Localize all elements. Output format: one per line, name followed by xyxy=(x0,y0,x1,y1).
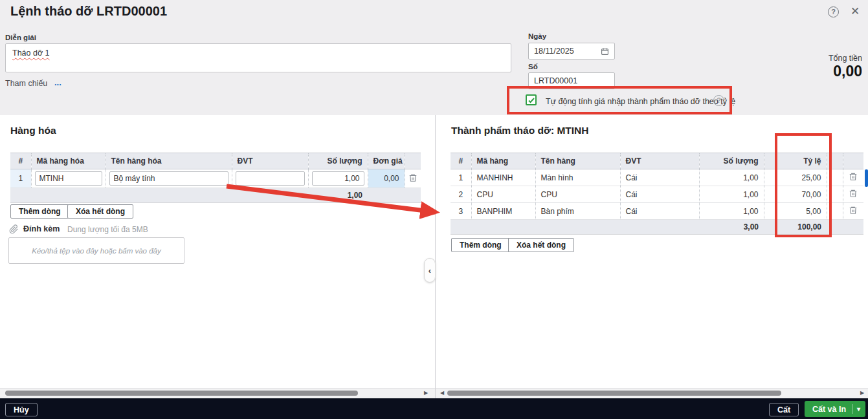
vertical-scrollbar-thumb[interactable] xyxy=(865,169,868,187)
goods-table: # Mã hàng hóa Tên hàng hóa ĐVT Số lượng … xyxy=(10,153,421,203)
products-section-title: Thành phẩm tháo dỡ: MTINH xyxy=(451,125,589,136)
panel-divider xyxy=(435,115,436,398)
auto-price-checkbox-label: Tự động tính giá nhập thành phẩm tháo dỡ… xyxy=(546,97,735,106)
col-header-item-name: Tên hàng hóa xyxy=(106,153,232,169)
reference-picker-link[interactable]: ... xyxy=(54,78,61,87)
row-index: 1 xyxy=(451,169,471,186)
products-summary-row: 3,00 100,00 xyxy=(451,220,863,235)
checkbox-help-icon[interactable]: ? xyxy=(713,95,724,106)
ratio-total: 100,00 xyxy=(764,220,827,235)
trash-icon xyxy=(408,173,417,182)
col-header-unit-price: Đơn giá xyxy=(368,153,405,169)
reference-label: Tham chiếu xyxy=(5,79,47,88)
left-hscroll-thumb[interactable] xyxy=(5,391,358,396)
clear-rows-button-left[interactable]: Xóa hết dòng xyxy=(67,204,133,219)
row-index: 3 xyxy=(451,203,471,220)
item-name-cell[interactable]: CPU xyxy=(535,186,620,203)
quantity-cell[interactable]: 1,00 xyxy=(699,203,764,220)
number-input[interactable]: LRTD00001 xyxy=(528,72,615,89)
ratio-cell[interactable]: 70,00 xyxy=(764,186,827,203)
quantity-cell[interactable]: 1,00 xyxy=(699,186,764,203)
total-amount-value: 0,00 xyxy=(833,63,862,80)
auto-price-checkbox[interactable] xyxy=(526,94,537,105)
date-value: 18/11/2025 xyxy=(534,47,574,56)
attachment-label: Đính kèm xyxy=(23,224,60,233)
total-amount-label: Tổng tiền xyxy=(829,54,862,63)
paperclip-icon xyxy=(9,224,19,237)
quantity-input[interactable] xyxy=(312,171,364,186)
quantity-cell[interactable]: 1,00 xyxy=(699,169,764,186)
item-name-cell[interactable]: Bàn phím xyxy=(535,203,620,220)
delete-row-button[interactable] xyxy=(408,173,417,182)
help-icon[interactable]: ? xyxy=(828,6,839,17)
goods-summary-row: 1,00 xyxy=(10,188,421,203)
table-row: 1 0,00 xyxy=(10,169,421,188)
uom-cell[interactable]: Cái xyxy=(620,169,699,186)
collapse-panel-handle[interactable]: ‹ xyxy=(424,258,436,283)
add-row-button-left[interactable]: Thêm dòng xyxy=(10,204,69,219)
cancel-button[interactable]: Hủy xyxy=(5,403,38,416)
add-row-button-right[interactable]: Thêm dòng xyxy=(451,238,510,252)
item-code-input[interactable] xyxy=(35,171,102,186)
unit-price-cell[interactable]: 0,00 xyxy=(368,169,405,188)
clear-rows-button-right[interactable]: Xóa hết dòng xyxy=(508,238,574,252)
caret-down-icon[interactable]: ▾ xyxy=(857,405,860,413)
col-header-ratio: Tỷ lệ xyxy=(764,153,827,169)
quantity-total: 1,00 xyxy=(308,188,368,203)
uom-cell[interactable]: Cái xyxy=(620,186,699,203)
date-input[interactable]: 18/11/2025 xyxy=(528,43,615,59)
products-table-header-row: # Mã hàng Tên hàng ĐVT Số lượng Tỷ lệ xyxy=(451,153,863,169)
modal-header: Lệnh tháo dỡ LRTD00001 ? ✕ Diễn giải Thá… xyxy=(0,0,868,115)
item-code-cell[interactable]: MANHINH xyxy=(471,169,535,186)
uom-cell[interactable]: Cái xyxy=(620,203,699,220)
calendar-icon[interactable] xyxy=(601,47,609,56)
delete-row-button[interactable] xyxy=(849,206,858,215)
col-header-quantity: Số lượng xyxy=(308,153,368,169)
ratio-cell[interactable]: 5,00 xyxy=(764,203,827,220)
goods-table-header-row: # Mã hàng hóa Tên hàng hóa ĐVT Số lượng … xyxy=(10,153,421,169)
footer-bar: Hủy Cất Cất và In ▾ xyxy=(0,398,868,419)
file-dropzone[interactable]: Kéo/thả tệp vào đây hoặc bấm vào đây xyxy=(8,237,184,264)
table-row: 1 MANHINH Màn hình Cái 1,00 25,00 xyxy=(451,169,863,186)
quantity-total: 3,00 xyxy=(699,220,764,235)
item-code-cell[interactable]: CPU xyxy=(471,186,535,203)
table-row: 3 BANPHIM Bàn phím Cái 1,00 5,00 xyxy=(451,203,863,220)
number-value: LRTD00001 xyxy=(534,76,577,85)
delete-row-button[interactable] xyxy=(849,172,858,181)
table-row: 2 CPU CPU Cái 1,00 70,00 xyxy=(451,186,863,203)
attachment-hint: Dung lượng tối đa 5MB xyxy=(67,225,148,234)
col-header-quantity: Số lượng xyxy=(699,153,764,169)
trash-icon xyxy=(849,172,858,181)
right-hscroll-thumb[interactable] xyxy=(447,391,781,396)
goods-section-title: Hàng hóa xyxy=(10,125,56,136)
disassembled-products-table: # Mã hàng Tên hàng ĐVT Số lượng Tỷ lệ 1 … xyxy=(451,153,863,235)
scroll-left-icon[interactable]: ◀ xyxy=(440,389,444,398)
button-divider xyxy=(852,404,852,414)
delete-row-button[interactable] xyxy=(849,189,858,198)
close-icon[interactable]: ✕ xyxy=(851,6,860,17)
ratio-cell[interactable]: 25,00 xyxy=(764,169,827,186)
description-input[interactable]: Tháo dỡ 1 xyxy=(5,43,511,72)
save-and-print-button[interactable]: Cất và In ▾ xyxy=(805,401,865,417)
item-name-input[interactable] xyxy=(109,171,228,186)
scroll-right-icon[interactable]: ▶ xyxy=(424,389,428,398)
col-header-item-code: Mã hàng xyxy=(471,153,535,169)
description-value: Tháo dỡ 1 xyxy=(12,48,50,58)
col-header-item-name: Tên hàng xyxy=(535,153,620,169)
col-header-uom: ĐVT xyxy=(232,153,308,169)
disassembly-order-modal: Lệnh tháo dỡ LRTD00001 ? ✕ Diễn giải Thá… xyxy=(0,0,868,419)
item-name-cell[interactable]: Màn hình xyxy=(535,169,620,186)
uom-input[interactable] xyxy=(236,171,305,186)
col-header-index: # xyxy=(10,153,31,169)
check-icon xyxy=(528,96,535,104)
dropzone-text: Kéo/thả tệp vào đây hoặc bấm vào đây xyxy=(32,247,161,255)
date-label: Ngày xyxy=(528,32,546,40)
row-index: 2 xyxy=(451,186,471,203)
col-header-item-code: Mã hàng hóa xyxy=(31,153,106,169)
row-index: 1 xyxy=(10,169,31,188)
description-label: Diễn giải xyxy=(5,34,36,41)
scroll-right-icon[interactable]: ▶ xyxy=(860,389,864,398)
page-title: Lệnh tháo dỡ LRTD00001 xyxy=(10,4,167,19)
item-code-cell[interactable]: BANPHIM xyxy=(471,203,535,220)
save-button[interactable]: Cất xyxy=(769,403,799,416)
